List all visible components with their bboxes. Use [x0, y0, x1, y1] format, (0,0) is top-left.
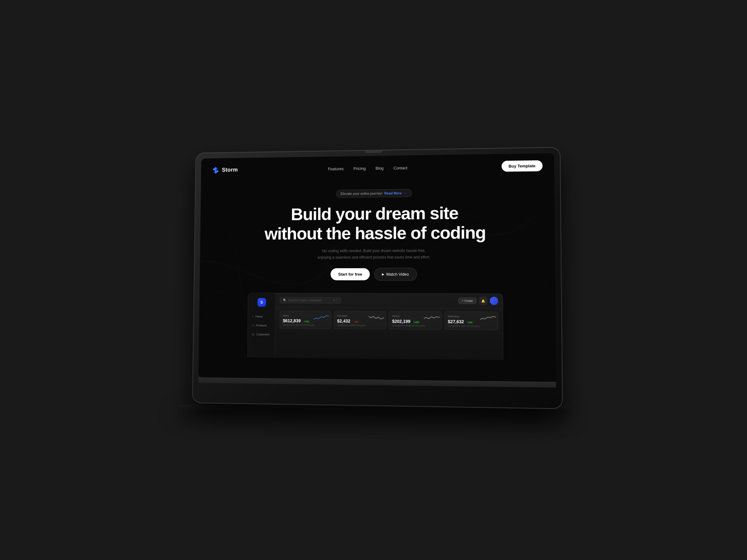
- nav-features[interactable]: Features: [328, 166, 344, 171]
- watch-video-button[interactable]: ▶ Watch Video: [374, 268, 416, 281]
- dashboard-logo: S: [257, 298, 266, 307]
- navigation: Storm Features Pricing Blog Contact Buy …: [201, 153, 554, 182]
- hero-badge: Elevate your online journey! Read More →: [336, 189, 412, 197]
- purchase-compare: Compared to ($560 last year): [337, 324, 383, 327]
- nav-pricing[interactable]: Pricing: [354, 166, 366, 171]
- watch-video-label: Watch Video: [386, 272, 409, 276]
- search-placeholder: Search or type a command: [288, 299, 321, 302]
- dashboard-preview: S ⌂ Home ◇ Products ◎ Cus: [248, 293, 503, 360]
- return-chart: [424, 314, 440, 323]
- sales-compare: Compared to ($612,100 last year): [283, 324, 328, 326]
- nav-contact[interactable]: Contact: [393, 165, 407, 170]
- return-value: $202,199: [392, 319, 411, 324]
- hero-title: Build your dream site without the hassle…: [212, 203, 542, 244]
- marketing-badge: +9%: [467, 321, 474, 324]
- sidebar-products-label: Products: [256, 324, 267, 327]
- sales-chart: [314, 314, 329, 323]
- purchase-value: $2,432: [337, 319, 351, 324]
- create-button[interactable]: + Create: [459, 298, 476, 304]
- sidebar-home-label: Home: [256, 315, 263, 318]
- dashboard-main: 🔍 Search or type a command ⌘ F + Create …: [275, 293, 503, 360]
- play-icon: ▶: [382, 272, 384, 276]
- dashboard-logo-icon: S: [260, 300, 263, 304]
- marketing-compare: Compared to ($21,100 last year): [448, 325, 495, 327]
- start-for-free-button[interactable]: Start for free: [331, 268, 370, 280]
- hero-badge-text: Elevate your online journey!: [340, 191, 382, 195]
- hero-title-line1: Build your dream site: [291, 203, 458, 224]
- sales-card: Sales $612,839 +7% Compared to ($612,100…: [280, 311, 332, 329]
- laptop-screen: Storm Features Pricing Blog Contact Buy …: [198, 153, 556, 382]
- nav-links: Features Pricing Blog Contact: [328, 165, 407, 171]
- marketing-card: Marketing $27,632 +9% Compared to ($21,1…: [444, 312, 498, 330]
- dashboard-sidebar: S ⌂ Home ◇ Products ◎ Cus: [248, 293, 276, 358]
- customers-icon: ◎: [252, 332, 255, 336]
- stat-cards: Sales $612,839 +7% Compared to ($612,100…: [275, 308, 503, 333]
- website-preview: Storm Features Pricing Blog Contact Buy …: [198, 153, 556, 382]
- bell-icon: 🔔: [481, 299, 485, 303]
- logo-icon: [212, 166, 220, 174]
- sales-badge: +7%: [303, 320, 310, 323]
- hero-arrow-icon: →: [404, 191, 407, 195]
- hero-cta-buttons: Start for free ▶ Watch Video: [212, 268, 542, 281]
- buy-template-button[interactable]: Buy Template: [501, 160, 542, 172]
- sidebar-item-customers[interactable]: ◎ Customers: [249, 331, 274, 338]
- search-shortcut: ⌘ F: [333, 299, 337, 302]
- return-card: Return $202,199 +4% Compared to ($180,00…: [389, 312, 442, 330]
- purchase-badge: -1%: [353, 320, 359, 323]
- dashboard-topbar: 🔍 Search or type a command ⌘ F + Create …: [276, 293, 503, 309]
- hero-title-line2: without the hassle of coding: [264, 222, 486, 243]
- marketing-value: $27,632: [448, 319, 464, 324]
- search-icon: 🔍: [283, 299, 286, 302]
- products-icon: ◇: [252, 324, 254, 327]
- user-avatar[interactable]: [490, 297, 498, 305]
- logo-text: Storm: [222, 167, 238, 173]
- logo: Storm: [212, 166, 238, 174]
- laptop-mockup: Storm Features Pricing Blog Contact Buy …: [193, 148, 562, 408]
- laptop-notch: [364, 150, 383, 153]
- nav-blog[interactable]: Blog: [376, 166, 384, 170]
- hero-section: Elevate your online journey! Read More →…: [200, 178, 555, 281]
- topbar-actions: + Create 🔔: [459, 297, 498, 305]
- hero-badge-link[interactable]: Read More: [384, 191, 402, 195]
- sidebar-item-products[interactable]: ◇ Products: [249, 322, 274, 329]
- return-compare: Compared to ($180,000 last year): [392, 324, 439, 327]
- hero-subtitle: No coding skills needed. Build your drea…: [315, 248, 433, 261]
- sales-value: $612,839: [283, 318, 301, 323]
- sidebar-customers-label: Customers: [256, 333, 269, 336]
- marketing-chart: [480, 315, 496, 324]
- notifications-button[interactable]: 🔔: [479, 297, 487, 305]
- purchase-chart: [368, 314, 384, 323]
- return-badge: +4%: [413, 321, 420, 324]
- search-bar[interactable]: 🔍 Search or type a command ⌘ F: [280, 297, 341, 303]
- purchase-card: Purchase $2,432 -1% Compared to ($560 la…: [334, 311, 386, 329]
- home-icon: ⌂: [252, 315, 254, 318]
- sidebar-item-home[interactable]: ⌂ Home: [249, 313, 274, 320]
